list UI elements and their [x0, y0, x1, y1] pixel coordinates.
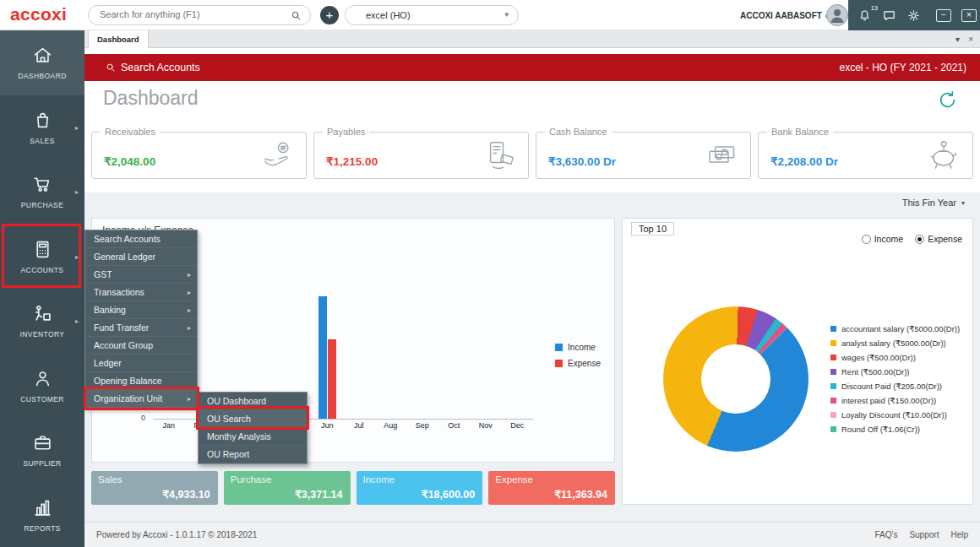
sidebar-item-label: INVENTORY	[20, 330, 65, 338]
submenu-item-label: OU Report	[207, 449, 249, 459]
stat-card-label: Payables	[323, 127, 369, 137]
sidebar-item-purchase[interactable]: PURCHASE▸	[0, 160, 84, 225]
menu-item-label: General Ledger	[94, 252, 155, 262]
legend-label: analyst salary (₹5000.00(Dr))	[841, 338, 946, 348]
card-swipe-icon	[482, 138, 518, 174]
refresh-icon[interactable]	[937, 89, 958, 111]
menu-item-banking[interactable]: Banking▸	[85, 301, 197, 319]
chevron-down-icon: ▾	[504, 10, 509, 19]
fin-year-filter[interactable]: This Fin Year ▾	[902, 198, 965, 208]
dashboard-content: This Fin Year ▾ Income v/s Expense JanFe…	[84, 192, 980, 522]
menu-item-label: Transactions	[94, 287, 144, 297]
summary-card-label: Income	[363, 474, 395, 485]
stat-card-value: ₹2,208.00 Dr	[770, 154, 838, 168]
messages-button[interactable]	[882, 8, 896, 23]
sidebar-item-label: DASHBOARD	[18, 72, 66, 80]
submenu-item-ou-report[interactable]: OU Report	[199, 446, 307, 463]
legend-label: Discount Paid (₹205.00(Dr))	[841, 382, 942, 391]
radio-label: Expense	[928, 234, 962, 244]
sidebar-item-sales[interactable]: SALES▸	[0, 95, 84, 160]
search-input[interactable]	[100, 9, 287, 19]
sidebar-item-dashboard[interactable]: DASHBOARD	[0, 30, 84, 95]
settings-button[interactable]	[906, 8, 921, 23]
menu-item-search-accounts[interactable]: Search Accounts	[85, 230, 197, 248]
summary-card-purchase: Purchase₹3,371.14	[224, 471, 351, 505]
notifications-button[interactable]: 13	[858, 8, 872, 23]
sidebar-item-supplier[interactable]: SUPPLIER	[0, 418, 84, 483]
submenu-item-monthy-analysis[interactable]: Monthy Analysis	[199, 428, 307, 446]
supplier-icon	[32, 432, 53, 453]
tab-close-icon[interactable]: ×	[968, 34, 973, 45]
menu-item-fund-transfer[interactable]: Fund Transfer▸	[85, 319, 197, 337]
legend-swatch	[830, 383, 836, 389]
menu-item-label: Search Accounts	[94, 234, 161, 244]
summary-card-income: Income₹18,600.00	[357, 471, 483, 505]
radio-expense[interactable]: Expense	[915, 234, 962, 244]
top10-panel: Top 10 IncomeExpense accountant salary (…	[622, 218, 973, 505]
bar-group-jun: Jun	[312, 280, 344, 419]
org-branch-select[interactable]: excel (HO) ▾	[345, 5, 519, 25]
legend-label: wages (₹500.00(Dr))	[841, 353, 916, 362]
legend-swatch	[830, 369, 836, 375]
menu-item-gst[interactable]: GST▸	[85, 266, 197, 284]
donut-hole	[701, 344, 770, 414]
sidebar-item-label: REPORTS	[24, 524, 61, 533]
summary-card-label: Expense	[495, 474, 533, 485]
bar-income-jun	[318, 296, 327, 419]
summary-card-value: ₹18,600.00	[422, 488, 476, 501]
menu-item-general-ledger[interactable]: General Ledger	[85, 248, 197, 266]
stat-card-bank-balance: Bank Balance₹2,208.00 Dr	[758, 132, 973, 179]
x-axis-label: Jan	[153, 421, 185, 430]
legend-swatch	[830, 426, 836, 432]
submenu-item-label: Monthy Analysis	[207, 431, 271, 441]
close-button[interactable]: ×	[961, 9, 977, 22]
donut-legend-item: wages (₹500.00(Dr))	[830, 350, 960, 365]
quick-add-button[interactable]: +	[320, 6, 339, 24]
menu-item-transactions[interactable]: Transactions▸	[85, 284, 197, 301]
accounts-menu: Search AccountsGeneral LedgerGST▸Transac…	[84, 230, 198, 409]
banner-title[interactable]: Search Accounts	[121, 62, 200, 73]
purchase-icon	[32, 174, 53, 195]
avatar[interactable]	[826, 4, 848, 26]
stat-card-label: Receivables	[101, 127, 160, 137]
chevron-right-icon: ▸	[188, 319, 191, 337]
footer-link-support[interactable]: Support	[909, 530, 939, 539]
footer-link-faq-s[interactable]: FAQ's	[874, 530, 897, 539]
menu-item-account-group[interactable]: Account Group	[85, 337, 197, 355]
user-name: ACCOXI AABASOFT	[740, 11, 822, 20]
stat-card-payables: Payables₹1,215.00	[313, 132, 529, 179]
user-menu[interactable]: ACCOXI AABASOFT ▸	[740, 0, 830, 30]
highlight-box-organization-unit	[84, 387, 199, 410]
minimize-button[interactable]: −	[936, 9, 951, 22]
notification-badge: 13	[871, 4, 878, 12]
fin-year-value: This Fin Year	[902, 198, 956, 208]
sidebar-item-label: CUSTOMER	[20, 395, 64, 403]
inventory-icon	[32, 303, 53, 324]
donut-legend-item: accountant salary (₹5000.00(Dr))	[830, 322, 960, 336]
menu-item-ledger[interactable]: Ledger	[85, 355, 197, 372]
tab-dashboard[interactable]: Dashboard	[88, 30, 149, 48]
summary-card-sales: Sales₹4,933.10	[91, 471, 218, 505]
summary-card-expense: Expense₹11,363.94	[488, 471, 615, 505]
sidebar-item-reports[interactable]: REPORTS	[0, 483, 84, 547]
legend-item-expense: Expense	[555, 359, 601, 368]
radio-income[interactable]: Income	[862, 234, 903, 244]
cash-icon	[705, 138, 740, 174]
footer-link-help[interactable]: Help	[950, 530, 968, 539]
legend-swatch	[555, 360, 563, 367]
legend-item-income: Income	[555, 343, 601, 352]
sidebar: DASHBOARDSALES▸PURCHASE▸ACCOUNTS▸INVENTO…	[0, 30, 84, 547]
chevron-right-icon: ▸	[188, 266, 191, 284]
chevron-right-icon: ▸	[75, 123, 79, 131]
sidebar-item-label: SUPPLIER	[23, 459, 61, 468]
search-icon	[105, 62, 117, 73]
chevron-right-icon: ▸	[75, 317, 79, 325]
piggy-bank-icon	[927, 138, 962, 174]
stat-cards: Receivables₹2,048.00Payables₹1,215.00Cas…	[91, 132, 973, 179]
chevron-right-icon: ▸	[75, 188, 79, 196]
tab-list-dropdown-icon[interactable]: ▾	[956, 34, 960, 45]
sidebar-item-customer[interactable]: CUSTOMER	[0, 354, 84, 419]
search-icon	[290, 9, 302, 22]
sidebar-item-label: SALES	[30, 137, 54, 145]
sidebar-item-inventory[interactable]: INVENTORY▸	[0, 289, 84, 354]
